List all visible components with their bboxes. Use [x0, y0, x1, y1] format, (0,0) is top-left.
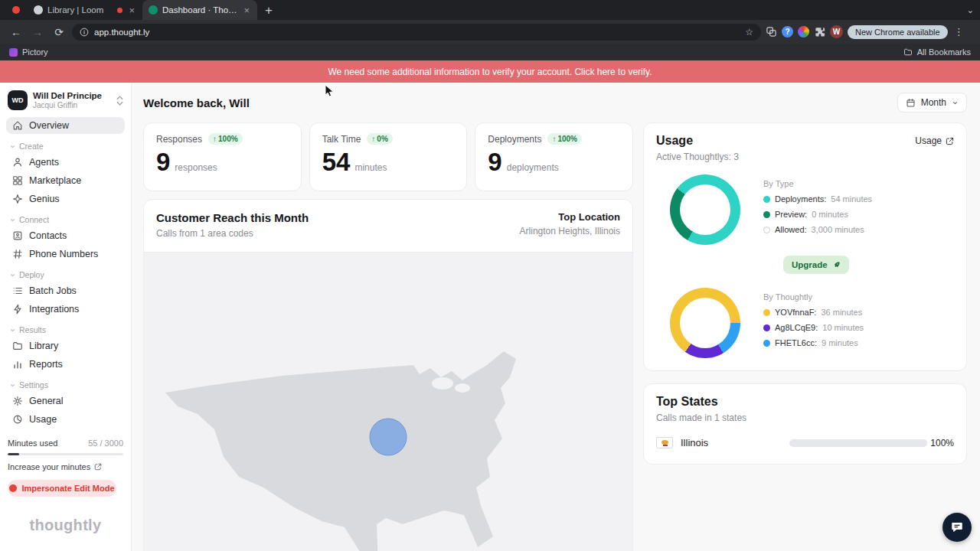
sidebar-item-label: Integrations: [29, 304, 79, 315]
state-name: Illinois: [681, 437, 708, 448]
minutes-used-label: Minutes used: [8, 439, 57, 448]
browser-tab-loom[interactable]: Library | Loom ×: [28, 0, 142, 20]
sidebar-item-label: General: [29, 396, 63, 406]
sidebar-item-general[interactable]: General: [6, 393, 125, 409]
loom-favicon: [34, 5, 43, 15]
app-root: WD Will Del Principe Jacqui Griffin Over…: [0, 83, 980, 551]
sidebar-item-label: Batch Jobs: [29, 285, 77, 296]
browser-window: Library | Loom × Dashboard · Thoughtly ×…: [0, 0, 980, 551]
legend-heading: By Thoughtly: [763, 292, 954, 302]
colorful-extension-icon[interactable]: [798, 26, 809, 37]
section-label: Connect: [19, 215, 49, 224]
sidebar-item-contacts[interactable]: Contacts: [6, 227, 125, 244]
sidebar-item-genius[interactable]: Genius: [6, 191, 125, 207]
increase-minutes-label: Increase your minutes: [8, 462, 90, 471]
sidebar-item-label: Reports: [29, 359, 63, 370]
legend-label: Ag8LCqE9:: [775, 323, 818, 332]
period-selector[interactable]: Month: [897, 93, 967, 112]
trend-up-icon: ↑: [552, 135, 556, 143]
reach-title: Customer Reach this Month: [156, 211, 309, 224]
address-bar[interactable]: app.thought.ly ☆: [72, 24, 761, 41]
all-bookmarks-label: All Bookmarks: [917, 47, 971, 57]
sidebar-item-phone-numbers[interactable]: Phone Numbers: [6, 246, 125, 262]
sidebar-section-create[interactable]: Create: [9, 142, 122, 151]
trend-value: 0%: [377, 135, 387, 143]
section-label: Settings: [19, 380, 48, 390]
chrome-update-button[interactable]: New Chrome available: [848, 25, 948, 39]
tab-close-icon[interactable]: ×: [127, 5, 136, 15]
sidebar-item-usage[interactable]: Usage: [6, 411, 125, 428]
all-bookmarks-button[interactable]: All Bookmarks: [903, 47, 971, 57]
sidebar-section-settings[interactable]: Settings: [9, 380, 122, 390]
sidebar-item-marketplace[interactable]: Marketplace: [6, 172, 125, 189]
workspace-switcher[interactable]: WD Will Del Principe Jacqui Griffin: [6, 87, 125, 116]
browser-menu-icon[interactable]: ⋮: [952, 26, 965, 37]
chevron-down-icon: [9, 272, 16, 279]
sidebar-section-results[interactable]: Results: [9, 325, 122, 334]
pie-chart-icon: [12, 414, 23, 425]
tab-close-icon[interactable]: ×: [242, 5, 251, 15]
legend-value: 9 minutes: [822, 338, 858, 347]
minutes-progress-fill: [8, 453, 19, 455]
sidebar-section-connect[interactable]: Connect: [9, 215, 122, 224]
hash-icon: [12, 249, 23, 259]
upgrade-button[interactable]: Upgrade: [783, 256, 849, 274]
legend-dot: [763, 340, 770, 347]
bookmark-pictory[interactable]: Pictory: [22, 47, 48, 57]
list-icon: [12, 285, 23, 296]
increase-minutes-link[interactable]: Increase your minutes: [6, 462, 125, 471]
top-location-value: Arlington Heights, Illinois: [520, 226, 620, 236]
legend-dot: [763, 196, 770, 203]
section-label: Deploy: [19, 270, 44, 279]
switcher-chevrons-icon: [116, 96, 123, 106]
sidebar-item-label: Agents: [29, 157, 59, 168]
extensions-puzzle-icon[interactable]: [814, 26, 825, 37]
bookmark-star-icon[interactable]: ☆: [745, 27, 753, 37]
legend-heading: By Type: [763, 179, 954, 188]
url-text: app.thought.ly: [94, 28, 740, 37]
tab-search-chevron-icon[interactable]: ⌄: [967, 5, 974, 15]
chevron-down-icon: [9, 217, 16, 223]
reload-button[interactable]: ⟳: [51, 24, 67, 41]
usage-link[interactable]: Usage: [915, 135, 954, 146]
bookmarks-bar: Pictory All Bookmarks: [0, 44, 980, 60]
sidebar-item-reports[interactable]: Reports: [6, 356, 125, 373]
stat-unit: responses: [175, 162, 217, 173]
gear-icon: [12, 396, 23, 406]
new-tab-button[interactable]: +: [265, 4, 273, 17]
legend-label: Deployments:: [775, 194, 826, 204]
legend-item: Allowed: 3,000 minutes: [763, 225, 954, 234]
stat-unit: deployments: [507, 162, 559, 173]
top-states-title: Top States: [656, 395, 954, 409]
sidebar-item-library[interactable]: Library: [6, 337, 125, 354]
sidebar-item-label: Overview: [29, 120, 69, 131]
recording-indicator-icon: [12, 6, 20, 14]
verify-banner[interactable]: We need some additional information to v…: [0, 60, 980, 83]
site-info-icon[interactable]: [80, 28, 89, 37]
sidebar-section-deploy[interactable]: Deploy: [9, 270, 122, 279]
impersonate-edit-mode-button[interactable]: Impersonate Edit Mode: [8, 480, 116, 497]
sidebar-item-agents[interactable]: Agents: [6, 154, 125, 171]
sidebar-item-overview[interactable]: Overview: [6, 117, 125, 134]
legend-label: FHETL6cc:: [775, 338, 817, 347]
chat-launcher[interactable]: [942, 513, 972, 542]
help-extension-icon[interactable]: ?: [782, 26, 793, 37]
browser-tab-dashboard[interactable]: Dashboard · Thoughtly ×: [142, 0, 257, 20]
sidebar: WD Will Del Principe Jacqui Griffin Over…: [0, 83, 132, 551]
state-bar-track: [789, 439, 927, 447]
forward-button[interactable]: →: [29, 24, 46, 41]
sidebar-item-batch-jobs[interactable]: Batch Jobs: [6, 282, 125, 299]
area-code-bubble[interactable]: [370, 419, 407, 455]
user-name: Will Del Principe: [33, 91, 111, 102]
tab-recording-dot-icon: [117, 8, 122, 13]
grid-icon: [12, 175, 23, 186]
tab-groups-icon[interactable]: [766, 26, 777, 37]
user-icon: [12, 157, 23, 168]
user-org: Jacqui Griffin: [33, 101, 111, 109]
folder-icon: [903, 47, 913, 57]
sidebar-item-integrations[interactable]: Integrations: [6, 301, 125, 318]
back-button[interactable]: ←: [8, 24, 24, 41]
profile-avatar[interactable]: W: [830, 25, 843, 38]
minutes-progress-bar: [8, 453, 123, 455]
minutes-used-value: 55 / 3000: [88, 439, 123, 448]
